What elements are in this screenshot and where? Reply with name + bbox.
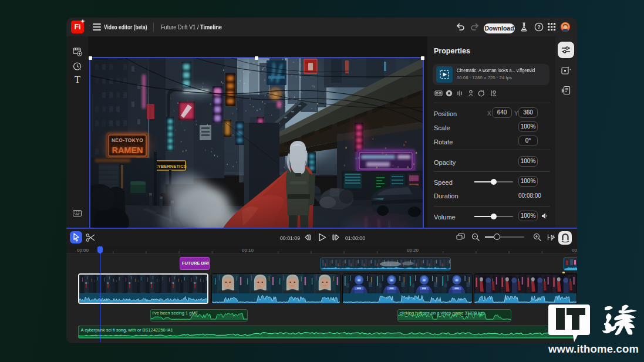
svg-text:?: ?: [537, 24, 541, 30]
